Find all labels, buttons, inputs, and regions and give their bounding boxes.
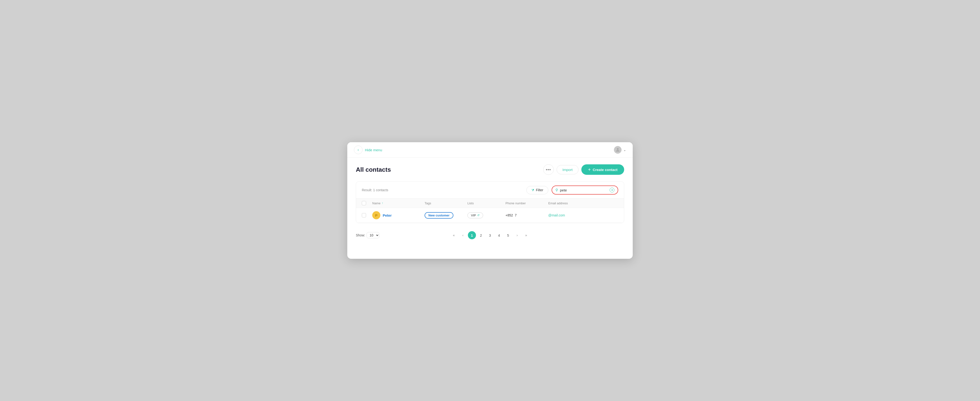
- show-selector: Show: 10 25 50: [356, 232, 379, 238]
- search-box: ⚲ ✕: [552, 186, 618, 194]
- plus-icon: +: [588, 167, 591, 172]
- toolbar-right: ⧩ Filter ⚲ ✕: [527, 186, 618, 194]
- table-header: Name ↑ Tags Lists Phone number Email add…: [356, 199, 624, 208]
- user-avatar: [614, 146, 622, 154]
- prev-page-button[interactable]: ‹: [459, 231, 467, 239]
- contact-name[interactable]: Peter: [383, 213, 392, 217]
- filter-label: Filter: [536, 188, 543, 192]
- col-phone: Phone number: [506, 201, 548, 205]
- avatar-letter: P: [375, 213, 377, 217]
- phone-number: +852: [506, 213, 513, 217]
- page-header: All contacts ••• Import + Create contact: [356, 164, 624, 175]
- back-icon: ‹: [358, 148, 359, 152]
- phone-suffix: 7: [515, 213, 517, 217]
- contacts-table: Result: 1 contacts ⧩ Filter ⚲ ✕: [356, 181, 624, 223]
- import-button[interactable]: Import: [557, 165, 579, 174]
- select-all-checkbox[interactable]: [362, 201, 366, 205]
- hide-menu-label[interactable]: Hide menu: [365, 148, 382, 152]
- page-3-button[interactable]: 3: [486, 231, 494, 239]
- contact-phone-cell: +852 7: [506, 213, 548, 217]
- sort-arrow-icon[interactable]: ↑: [382, 202, 383, 205]
- list-sync-icon: ↺: [477, 213, 479, 217]
- contact-name-cell: P Peter: [372, 211, 425, 219]
- app-window: ‹ Hide menu ⌄ All contacts ••• Import + …: [347, 142, 633, 259]
- search-icon: ⚲: [555, 188, 558, 192]
- tag-new-customer[interactable]: New customer: [425, 212, 453, 219]
- nav-right: ⌄: [614, 146, 626, 154]
- top-nav: ‹ Hide menu ⌄: [347, 142, 633, 158]
- search-input[interactable]: [560, 188, 608, 192]
- pagination-bar: Show: 10 25 50 « ‹ 1 2 3 4 5 › »: [356, 229, 624, 242]
- last-page-button[interactable]: »: [522, 231, 530, 239]
- page-title: All contacts: [356, 166, 391, 173]
- list-vip[interactable]: VIP ↺: [468, 212, 483, 218]
- filter-button[interactable]: ⧩ Filter: [527, 186, 548, 194]
- nav-left: ‹ Hide menu: [354, 146, 382, 154]
- clear-search-button[interactable]: ✕: [609, 188, 614, 193]
- show-count-select[interactable]: 10 25 50: [366, 232, 379, 238]
- header-actions: ••• Import + Create contact: [543, 164, 624, 175]
- table-toolbar: Result: 1 contacts ⧩ Filter ⚲ ✕: [356, 182, 624, 199]
- page-2-button[interactable]: 2: [477, 231, 485, 239]
- back-button[interactable]: ‹: [354, 146, 363, 154]
- col-email: Email address: [548, 201, 618, 205]
- create-contact-label: Create contact: [593, 168, 617, 172]
- filter-icon: ⧩: [531, 188, 534, 192]
- contact-tags-cell: New customer: [425, 212, 468, 219]
- chevron-down-icon[interactable]: ⌄: [624, 148, 626, 152]
- header-checkbox-cell: [362, 201, 372, 205]
- row-checkbox-cell: [362, 213, 372, 217]
- page-4-button[interactable]: 4: [495, 231, 503, 239]
- col-tags: Tags: [425, 201, 468, 205]
- next-page-button[interactable]: ›: [513, 231, 521, 239]
- main-content: All contacts ••• Import + Create contact…: [347, 158, 633, 259]
- show-label: Show:: [356, 233, 365, 237]
- first-page-button[interactable]: «: [450, 231, 458, 239]
- result-count: Result: 1 contacts: [362, 188, 388, 192]
- create-contact-button[interactable]: + Create contact: [581, 164, 624, 175]
- page-1-button[interactable]: 1: [468, 231, 476, 239]
- col-name: Name ↑: [372, 201, 425, 205]
- page-5-button[interactable]: 5: [504, 231, 512, 239]
- row-checkbox[interactable]: [362, 213, 366, 217]
- contact-avatar: P: [372, 211, 380, 219]
- more-options-button[interactable]: •••: [543, 164, 554, 175]
- table-row: P Peter New customer VIP ↺ +852 7: [356, 208, 624, 223]
- svg-point-0: [617, 148, 619, 150]
- col-lists: Lists: [468, 201, 506, 205]
- list-name: VIP: [471, 213, 476, 217]
- contact-email-cell: @mail.com: [548, 213, 618, 217]
- contact-lists-cell: VIP ↺: [468, 212, 506, 218]
- email-address: @mail.com: [548, 213, 565, 217]
